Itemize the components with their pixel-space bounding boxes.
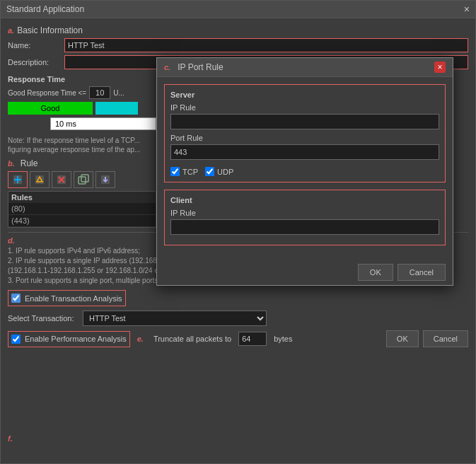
rule-title: Rule bbox=[21, 158, 38, 168]
section-f-label: f. bbox=[8, 434, 13, 443]
truncate-label: Truncate all packets to bbox=[153, 335, 231, 343]
tcp-checkbox[interactable] bbox=[170, 167, 180, 176]
port-rule-label: Port Rule bbox=[170, 134, 439, 142]
modal-ok-button[interactable]: OK bbox=[358, 264, 393, 281]
window-title: Standard Application bbox=[6, 4, 84, 14]
ms-box: 10 ms bbox=[50, 117, 156, 130]
rules-list: Rules (80) (443) bbox=[8, 191, 156, 228]
section-b-label: b. bbox=[8, 159, 15, 168]
import-icon bbox=[100, 174, 111, 185]
server-ip-rule-input[interactable] bbox=[170, 114, 439, 129]
window-close-icon[interactable]: × bbox=[464, 4, 470, 15]
response-time-section: Response Time Good Response Time <= U...… bbox=[8, 75, 156, 130]
client-ip-rule-label: IP Rule bbox=[170, 209, 439, 217]
bottom-row: Enable Performance Analysis e. Truncate … bbox=[8, 330, 468, 347]
name-input[interactable] bbox=[64, 38, 468, 52]
main-window: Standard Application × a. Basic Informat… bbox=[0, 0, 476, 464]
modal-close-button[interactable]: × bbox=[434, 62, 446, 73]
udp-label: UDP bbox=[217, 168, 233, 176]
basic-info-header: a. Basic Information bbox=[8, 25, 468, 35]
ip-port-rule-modal: c. IP Port Rule × Server IP Rule Port Ru… bbox=[156, 57, 453, 286]
good-response-row: Good Response Time <= U... bbox=[8, 86, 156, 99]
rule-buttons bbox=[8, 171, 156, 188]
rule-section: b. Rule bbox=[8, 158, 156, 228]
transaction-analysis-row: Enable Transaction Analysis bbox=[8, 290, 126, 306]
modal-buttons: OK Cancel bbox=[157, 260, 453, 285]
section-d-label: d. bbox=[8, 236, 15, 245]
server-section: Server IP Rule Port Rule TCP UDP bbox=[164, 84, 446, 182]
bytes-label: bytes bbox=[274, 335, 292, 343]
rule-header: b. Rule bbox=[8, 158, 156, 168]
bottom-left: Enable Performance Analysis e. Truncate … bbox=[8, 331, 292, 347]
clone-icon bbox=[78, 174, 89, 185]
name-label: Name: bbox=[8, 41, 64, 50]
modal-title: IP Port Rule bbox=[178, 62, 223, 72]
truncate-input[interactable] bbox=[238, 332, 267, 346]
section-e-label: e. bbox=[137, 335, 144, 343]
add-icon bbox=[12, 174, 23, 185]
ok-button[interactable]: OK bbox=[386, 330, 419, 347]
add-rule-button[interactable] bbox=[8, 171, 28, 188]
title-bar: Standard Application × bbox=[1, 1, 475, 18]
svg-rect-8 bbox=[81, 175, 88, 182]
note-text: Note: If the response time level of a TC… bbox=[8, 136, 156, 154]
bar-row: Good bbox=[8, 102, 156, 115]
client-ip-rule-input[interactable] bbox=[170, 219, 439, 235]
protocol-row: TCP UDP bbox=[170, 167, 439, 176]
name-row: Name: bbox=[8, 38, 468, 52]
main-action-buttons: OK Cancel bbox=[386, 330, 468, 347]
edit-icon bbox=[34, 174, 45, 185]
cancel-button[interactable]: Cancel bbox=[423, 330, 468, 347]
modal-body: Server IP Rule Port Rule TCP UDP bbox=[157, 77, 453, 260]
delete-rule-button[interactable] bbox=[52, 171, 71, 188]
description-label: Description: bbox=[8, 58, 64, 66]
left-column: Response Time Good Response Time <= U...… bbox=[8, 75, 156, 232]
main-content: a. Basic Information Name: Description: … bbox=[1, 18, 475, 463]
port-rule-input[interactable] bbox=[170, 144, 439, 160]
modal-section-c: c. bbox=[164, 63, 170, 71]
modal-cancel-button[interactable]: Cancel bbox=[397, 264, 446, 281]
transaction-analysis-checkbox[interactable] bbox=[11, 294, 21, 303]
good-response-label: Good Response Time <= bbox=[8, 89, 86, 97]
response-time-header: Response Time bbox=[8, 75, 156, 83]
select-transaction-dropdown[interactable]: HTTP Test bbox=[83, 311, 267, 326]
section-a-label: a. bbox=[8, 26, 14, 35]
tcp-label: TCP bbox=[182, 168, 198, 176]
modal-title-bar: c. IP Port Rule × bbox=[157, 58, 453, 77]
performance-analysis-label: Enable Performance Analysis bbox=[25, 335, 127, 343]
server-ip-rule-label: IP Rule bbox=[170, 103, 439, 112]
unit-label: U... bbox=[113, 89, 124, 97]
client-title: Client bbox=[170, 196, 439, 204]
select-transaction-row: Select Transaction: HTTP Test bbox=[8, 311, 468, 326]
udp-checkbox[interactable] bbox=[205, 167, 214, 176]
performance-analysis-checkbox[interactable] bbox=[11, 335, 21, 344]
udp-option: UDP bbox=[205, 167, 233, 176]
import-rule-button[interactable] bbox=[95, 171, 115, 188]
performance-analysis-box: Enable Performance Analysis bbox=[8, 331, 130, 347]
delete-icon bbox=[56, 174, 67, 185]
server-title: Server bbox=[170, 91, 439, 99]
good-bar: Good bbox=[8, 102, 93, 115]
svg-rect-7 bbox=[79, 177, 86, 184]
tcp-option: TCP bbox=[170, 167, 198, 176]
section-f-container: f. bbox=[8, 434, 16, 443]
rules-list-header: Rules bbox=[8, 192, 156, 203]
basic-info-title: Basic Information bbox=[17, 25, 83, 35]
list-item[interactable]: (80) bbox=[8, 203, 156, 215]
transaction-analysis-label: Enable Transaction Analysis bbox=[25, 294, 122, 303]
clone-rule-button[interactable] bbox=[74, 171, 93, 188]
good-response-input[interactable] bbox=[89, 86, 110, 99]
client-section: Client IP Rule bbox=[164, 190, 446, 245]
edit-rule-button[interactable] bbox=[30, 171, 50, 188]
select-transaction-label: Select Transaction: bbox=[8, 314, 79, 323]
list-item[interactable]: (443) bbox=[8, 215, 156, 227]
cyan-bar bbox=[95, 102, 138, 115]
modal-title-container: c. IP Port Rule bbox=[164, 62, 224, 72]
